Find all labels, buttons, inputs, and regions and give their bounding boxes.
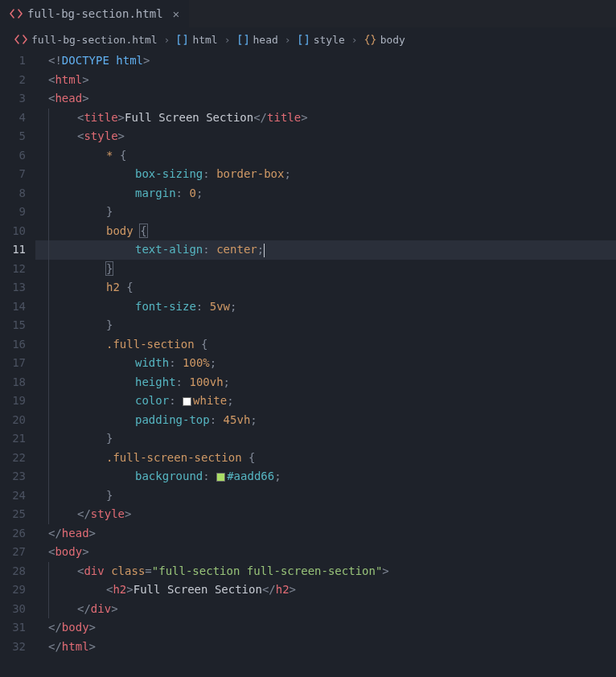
code-editor[interactable]: 1234567891011121314151617181920212223242…	[0, 51, 616, 677]
line-number: 21	[12, 429, 26, 449]
tab-label: full-bg-section.html	[27, 7, 163, 20]
crumb-label: html	[192, 34, 217, 46]
code-line: height: 100vh;	[48, 373, 616, 392]
crumb-head[interactable]: head	[237, 34, 278, 46]
code-line: <style>	[48, 127, 616, 146]
line-number: 3	[19, 89, 26, 109]
code-line: </style>	[48, 505, 616, 524]
color-swatch	[216, 473, 225, 482]
code-line-active: text-align: center;	[35, 240, 616, 260]
line-number: 29	[12, 581, 26, 600]
code-line: <h2>Full Screen Section</h2>	[48, 581, 616, 600]
code-file-icon	[14, 33, 27, 46]
line-number: 23	[12, 467, 26, 486]
line-number: 26	[12, 524, 26, 544]
crumb-label: full-bg-section.html	[31, 34, 158, 46]
code-line: margin: 0;	[48, 184, 616, 203]
close-icon[interactable]: ×	[173, 7, 180, 21]
line-number: 13	[12, 278, 26, 297]
code-line: <head>	[48, 89, 616, 109]
code-line: <!DOCTYPE html>	[48, 51, 616, 71]
line-number: 6	[19, 146, 26, 166]
line-number: 10	[12, 222, 26, 241]
code-line: padding-top: 45vh;	[48, 411, 616, 430]
code-line: box-sizing: border-box;	[48, 165, 616, 184]
line-number: 15	[12, 316, 26, 335]
line-number: 17	[12, 354, 26, 373]
crumb-label: style	[314, 34, 345, 46]
code-line: font-size: 5vw;	[48, 297, 616, 317]
line-number: 11	[12, 240, 26, 260]
code-line: }	[48, 486, 616, 506]
code-line: <title>Full Screen Section</title>	[48, 109, 616, 128]
chevron-right-icon: ›	[162, 34, 172, 46]
line-number: 31	[12, 618, 26, 638]
code-line: color: white;	[48, 392, 616, 411]
code-file-icon	[10, 7, 23, 20]
crumb-file[interactable]: full-bg-section.html	[14, 33, 158, 46]
code-line: <html>	[48, 71, 616, 90]
line-number: 22	[12, 449, 26, 468]
code-line: <body>	[48, 543, 616, 562]
line-number: 30	[12, 600, 26, 619]
line-number: 1	[19, 51, 26, 71]
code-line: }	[48, 260, 616, 279]
file-tab[interactable]: full-bg-section.html ×	[0, 0, 189, 27]
chevron-right-icon: ›	[283, 34, 293, 46]
crumb-style[interactable]: style	[298, 34, 345, 46]
line-number: 8	[19, 184, 26, 203]
tab-bar: full-bg-section.html ×	[0, 0, 616, 27]
code-line: .full-section {	[48, 335, 616, 355]
breadcrumb: full-bg-section.html › html › head › sty…	[0, 27, 616, 51]
line-gutter: 1234567891011121314151617181920212223242…	[0, 51, 35, 677]
code-line: }	[48, 203, 616, 222]
code-line: * {	[48, 146, 616, 166]
text-cursor	[264, 244, 265, 257]
code-line: body {	[48, 222, 616, 241]
code-line: </div>	[48, 600, 616, 619]
line-number: 28	[12, 562, 26, 581]
code-line: background: #aadd66;	[48, 467, 616, 486]
line-number: 25	[12, 505, 26, 524]
color-swatch	[183, 397, 191, 406]
brackets-icon	[237, 34, 249, 46]
line-number: 9	[19, 203, 26, 222]
line-number: 4	[19, 109, 26, 128]
line-number: 32	[12, 638, 26, 657]
code-line: width: 100%;	[48, 354, 616, 373]
line-number: 14	[12, 297, 26, 317]
line-number: 18	[12, 373, 26, 392]
code-line: }	[48, 429, 616, 449]
line-number: 5	[19, 127, 26, 146]
line-number: 20	[12, 411, 26, 430]
line-number: 2	[19, 71, 26, 90]
code-line: }	[48, 316, 616, 335]
chevron-right-icon: ›	[223, 34, 232, 46]
line-number: 27	[12, 543, 26, 562]
code-line: </head>	[48, 524, 616, 544]
code-line: </html>	[48, 638, 616, 657]
braces-icon	[364, 34, 376, 46]
code-line: h2 {	[48, 278, 616, 297]
code-line: <div class="full-section full-screen-sec…	[48, 562, 616, 581]
line-number: 12	[12, 260, 26, 279]
chevron-right-icon: ›	[350, 34, 359, 46]
crumb-label: head	[253, 34, 278, 46]
line-number: 19	[12, 392, 26, 411]
line-number: 24	[12, 486, 26, 506]
crumb-html[interactable]: html	[176, 34, 217, 46]
crumb-label: body	[380, 34, 405, 46]
code-line: .full-screen-section {	[48, 449, 616, 468]
crumb-body[interactable]: body	[364, 34, 405, 46]
line-number: 16	[12, 335, 26, 355]
code-area[interactable]: <!DOCTYPE html> <html> <head> <title>Ful…	[35, 51, 616, 677]
code-line: </body>	[48, 618, 616, 638]
brackets-icon	[176, 34, 188, 46]
brackets-icon	[298, 34, 310, 46]
line-number: 7	[19, 165, 26, 184]
